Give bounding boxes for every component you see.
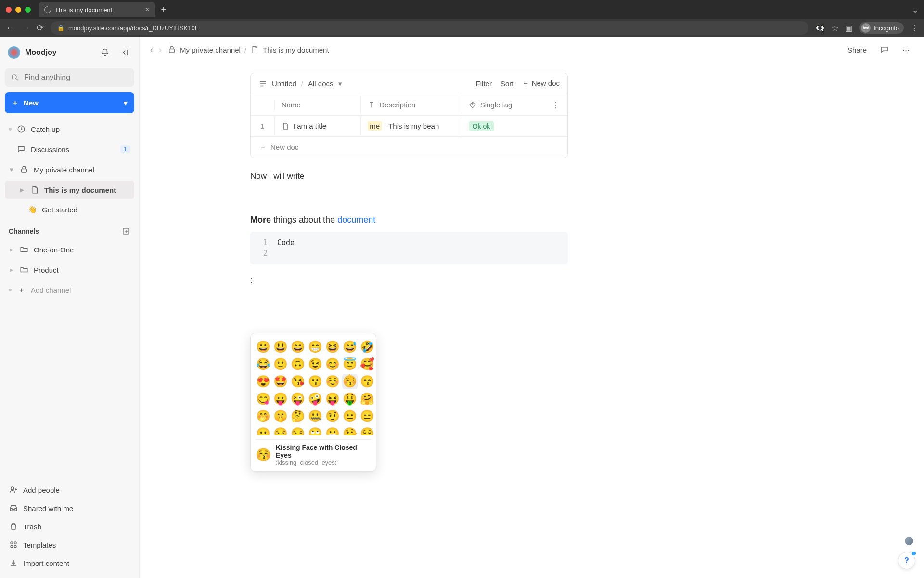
emoji-option[interactable]: 😊 (325, 356, 340, 372)
emoji-option[interactable]: 😀 (256, 339, 271, 355)
workspace-switcher[interactable]: Moodjoy (5, 42, 134, 63)
tab-list-icon[interactable]: ⌄ (912, 5, 918, 14)
address-bar[interactable]: 🔒 moodjoy.slite.com/app/docs/r_DHzUYfHSK… (51, 21, 808, 35)
document-content[interactable]: Untitled / All docs ▾ Filter Sort ＋ New … (140, 63, 924, 304)
database-title[interactable]: Untitled (272, 79, 296, 88)
nav-back-icon[interactable]: ‹ (150, 45, 153, 55)
reload-icon[interactable]: ⟳ (37, 23, 44, 33)
chevron-right-icon[interactable]: ▸ (19, 185, 25, 195)
emoji-option[interactable]: 🤣 (359, 339, 375, 355)
close-window[interactable] (6, 7, 12, 13)
emoji-option[interactable]: 😚 (342, 374, 358, 389)
incognito-badge[interactable]: 🕶 Incognito (859, 22, 904, 34)
emoji-option[interactable]: 😛 (273, 391, 288, 407)
emoji-option[interactable]: 🤗 (359, 391, 375, 407)
chevron-right-icon[interactable]: ▸ (9, 245, 14, 254)
eye-off-icon[interactable]: 👁‍🗨 (815, 24, 825, 33)
sidebar-import[interactable]: Import content (5, 554, 134, 572)
emoji-option[interactable]: 🤩 (273, 374, 288, 389)
emoji-option[interactable]: 🤔 (290, 408, 306, 424)
help-button[interactable]: ? (898, 552, 915, 569)
emoji-option[interactable]: 🤭 (256, 408, 271, 424)
emoji-option[interactable]: 🤑 (342, 391, 358, 407)
link-text[interactable]: document (337, 215, 375, 224)
sidebar-trash[interactable]: Trash (5, 517, 134, 536)
emoji-option[interactable]: 😄 (290, 339, 306, 355)
emoji-option[interactable]: ☺️ (325, 374, 340, 389)
emoji-option[interactable]: 😐 (342, 408, 358, 424)
emoji-option[interactable]: 🤥 (342, 426, 358, 435)
sidebar-add-channel[interactable]: ＋ Add channel (5, 281, 134, 299)
emoji-option[interactable]: 😘 (290, 374, 306, 389)
emoji-option[interactable]: 🙃 (290, 356, 306, 372)
new-tab-button[interactable]: + (161, 5, 167, 15)
sidebar-add-people[interactable]: Add people (5, 481, 134, 499)
chevron-down-icon[interactable]: ▾ (124, 99, 128, 107)
new-doc-button[interactable]: ＋ New doc (522, 79, 560, 88)
sidebar-channel-product[interactable]: ▸ Product (5, 261, 134, 279)
row-desc-cell[interactable]: me This is my bean (361, 117, 462, 135)
kebab-icon[interactable]: ⋮ (911, 24, 918, 33)
panel-icon[interactable]: ▣ (845, 24, 852, 33)
forward-icon[interactable]: → (21, 23, 30, 33)
sidebar-item-discussions[interactable]: Discussions 1 (5, 140, 134, 158)
back-icon[interactable]: ← (6, 23, 14, 33)
col-description[interactable]: Description (361, 96, 462, 114)
emoji-option[interactable]: 🤫 (273, 408, 288, 424)
rich-text-line[interactable]: More things about the document (250, 215, 568, 225)
breadcrumb-doc[interactable]: This is my document (263, 46, 329, 54)
nav-forward-icon[interactable]: › (159, 45, 162, 55)
emoji-option[interactable]: 😋 (256, 391, 271, 407)
share-button[interactable]: Share (844, 44, 871, 56)
emoji-option[interactable]: 🤐 (308, 408, 323, 424)
emoji-option[interactable]: 😜 (290, 391, 306, 407)
emoji-option[interactable]: 😝 (325, 391, 340, 407)
emoji-option[interactable]: 🙂 (273, 356, 288, 372)
code-block[interactable]: 1 Code 2 (250, 232, 568, 264)
add-row-button[interactable]: ＋ New doc (251, 137, 567, 158)
emoji-option[interactable]: 😌 (359, 426, 375, 435)
emoji-option[interactable]: 🥰 (359, 356, 375, 372)
emoji-option[interactable]: 😂 (256, 356, 271, 372)
sidebar-templates[interactable]: Templates (5, 536, 134, 554)
emoji-option[interactable]: 😍 (256, 374, 271, 389)
sidebar-item-private-channel[interactable]: ▾ My private channel (5, 160, 134, 179)
emoji-option[interactable]: 🤪 (308, 391, 323, 407)
row-tag-cell[interactable]: Ok ok (462, 117, 543, 136)
col-name[interactable]: Name (275, 96, 361, 114)
presence-indicator[interactable] (905, 537, 913, 545)
more-icon[interactable]: ⋯ (898, 43, 913, 56)
emoji-option[interactable]: 😶 (256, 426, 271, 435)
emoji-option[interactable]: 😬 (325, 426, 340, 435)
emoji-trigger-text[interactable]: : (250, 276, 895, 285)
sidebar-doc-get-started[interactable]: 👋 Get started (5, 201, 134, 218)
chevron-right-icon[interactable]: ▸ (9, 265, 14, 275)
maximize-window[interactable] (25, 7, 31, 13)
bell-icon[interactable] (98, 45, 112, 60)
emoji-option[interactable]: 😁 (308, 339, 323, 355)
sidebar-doc-current[interactable]: ▸ This is my document (5, 181, 134, 199)
sidebar-channel-one-on-one[interactable]: ▸ One-on-One (5, 240, 134, 259)
col-more-icon[interactable]: ⋮ (543, 96, 567, 114)
collapse-sidebar-icon[interactable] (117, 45, 131, 60)
emoji-option[interactable]: 😑 (359, 408, 375, 424)
emoji-option[interactable]: 😗 (308, 374, 323, 389)
sort-button[interactable]: Sort (500, 79, 514, 88)
col-tag[interactable]: Single tag (462, 96, 543, 114)
star-icon[interactable]: ☆ (832, 24, 838, 33)
database-view[interactable]: All docs (308, 79, 334, 88)
emoji-option[interactable]: 😆 (325, 339, 340, 355)
sidebar-shared[interactable]: Shared with me (5, 499, 134, 517)
search-input[interactable]: Find anything (5, 68, 134, 87)
row-name-cell[interactable]: I am a title (275, 117, 361, 135)
sidebar-item-catch-up[interactable]: Catch up (5, 120, 134, 138)
comment-icon[interactable] (876, 43, 893, 56)
emoji-option[interactable]: 😏 (273, 426, 288, 435)
emoji-option[interactable]: 🤨 (325, 408, 340, 424)
table-row[interactable]: 1 I am a title me This is my bean Ok ok (251, 116, 567, 137)
chevron-down-icon[interactable]: ▾ (338, 79, 342, 88)
breadcrumb-channel[interactable]: My private channel (180, 46, 241, 54)
filter-button[interactable]: Filter (476, 79, 492, 88)
chevron-down-icon[interactable]: ▾ (9, 165, 14, 174)
paragraph[interactable]: Now I will write (250, 171, 568, 181)
